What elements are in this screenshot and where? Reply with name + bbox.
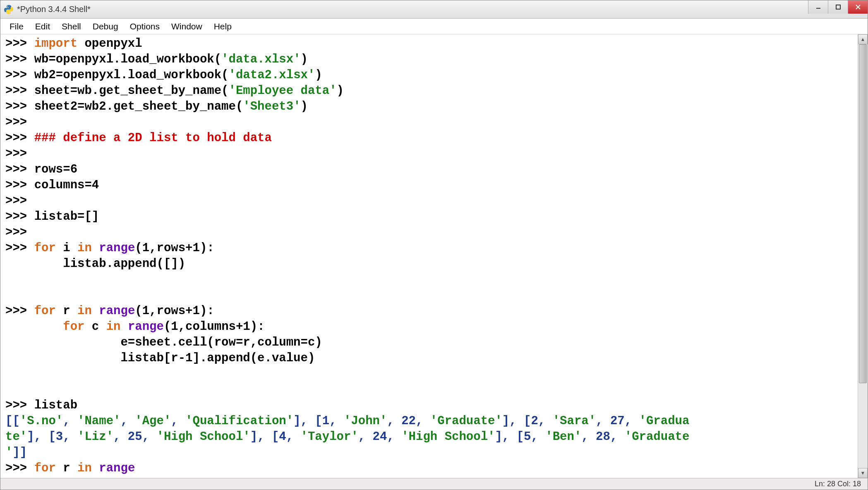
close-button[interactable] (848, 0, 868, 14)
scroll-up-arrow[interactable]: ▲ (858, 34, 868, 44)
menu-window[interactable]: Window (165, 19, 208, 34)
menubar: File Edit Shell Debug Options Window Hel… (0, 19, 868, 34)
svg-rect-0 (816, 8, 820, 9)
python-shell-window: *Python 3.4.4 Shell* File Edit Shell Deb… (0, 0, 868, 490)
window-controls (808, 0, 868, 14)
python-icon (4, 5, 14, 14)
shell-text-area[interactable]: >>> import openpyxl >>> wb=openpyxl.load… (0, 34, 858, 478)
vertical-scrollbar[interactable]: ▲ ▼ (858, 34, 868, 478)
menu-shell[interactable]: Shell (56, 19, 87, 34)
menu-options[interactable]: Options (124, 19, 165, 34)
maximize-button[interactable] (828, 0, 848, 14)
minimize-button[interactable] (808, 0, 828, 14)
menu-edit[interactable]: Edit (29, 19, 56, 34)
menu-file[interactable]: File (4, 19, 29, 34)
window-title: *Python 3.4.4 Shell* (17, 5, 91, 14)
svg-rect-1 (836, 5, 840, 9)
titlebar: *Python 3.4.4 Shell* (0, 0, 868, 19)
cursor-position: Ln: 28 Col: 18 (815, 480, 861, 488)
scroll-track[interactable] (858, 44, 868, 468)
menu-help[interactable]: Help (208, 19, 237, 34)
scroll-down-arrow[interactable]: ▼ (858, 468, 868, 478)
menu-debug[interactable]: Debug (87, 19, 124, 34)
content-area: >>> import openpyxl >>> wb=openpyxl.load… (0, 34, 868, 478)
scroll-thumb[interactable] (859, 44, 867, 383)
statusbar: Ln: 28 Col: 18 (0, 478, 868, 490)
